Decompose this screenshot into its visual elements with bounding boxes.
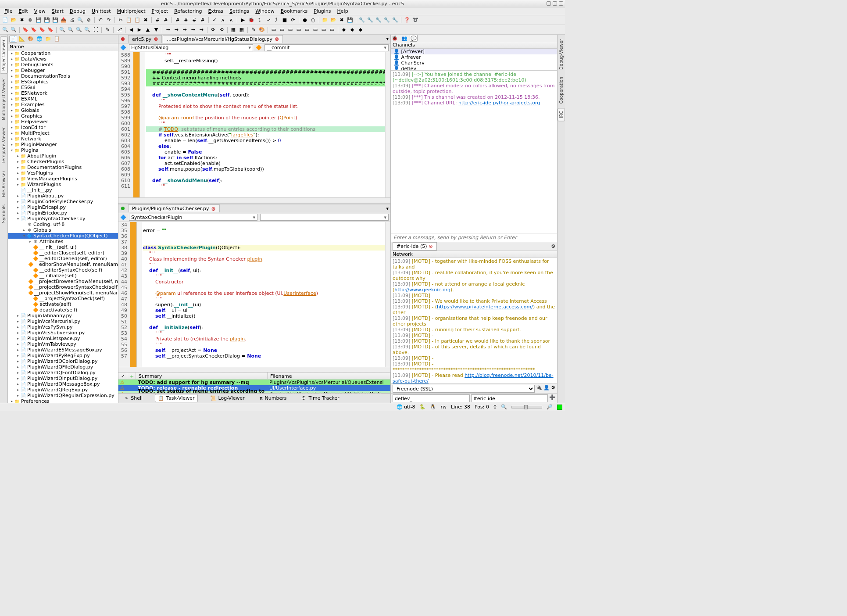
tree-item[interactable]: ▸📁Examples [8, 102, 118, 107]
nav-back-icon[interactable]: ◀ [127, 26, 135, 34]
misc1-icon[interactable]: ◆ [340, 26, 348, 34]
menu-view[interactable]: View [32, 7, 48, 15]
tree-item[interactable]: 🔶__projectShowMenu(self, menuName, me [8, 290, 118, 296]
print-preview-icon[interactable]: 🔍 [76, 16, 84, 24]
tree-item[interactable]: 🔶__projectSyntaxCheck(self) [8, 296, 118, 301]
tool1-icon[interactable]: 🔧 [358, 16, 366, 24]
tree-item[interactable]: ▸📁E5Graphics [8, 79, 118, 85]
editor1-fold[interactable] [140, 52, 145, 197]
tree-item[interactable]: 🔶activate(self) [8, 301, 118, 307]
class-selector[interactable]: SyntaxCheckerPlugin▾ [129, 214, 257, 221]
step-out-icon[interactable]: ⤴ [272, 16, 280, 24]
tree-item[interactable]: ▸📁E5XML [8, 96, 118, 102]
tree-item[interactable]: ▸📄PluginWizardQInputDialog.py [8, 376, 118, 381]
tree-item[interactable]: 🔶__editorSyntaxCheck(self) [8, 267, 118, 273]
join-icon[interactable]: ➕ [549, 394, 555, 402]
undo-icon[interactable]: ↶ [96, 16, 104, 24]
forms-tab-icon[interactable]: 📐 [18, 36, 26, 43]
eol-indicator[interactable]: 🐧 [430, 404, 436, 410]
uncomment-icon[interactable]: # [162, 16, 170, 24]
edit-icon[interactable]: ✎ [104, 26, 111, 34]
spell-icon[interactable]: ✓ [211, 16, 218, 24]
restart-icon[interactable]: ⟳ [289, 16, 297, 24]
abc-icon[interactable]: ᴀ [219, 16, 227, 24]
color-icon[interactable]: 🎨 [258, 26, 266, 34]
tree-item[interactable]: ▸📄PluginWizardQRegExp.py [8, 387, 118, 393]
tag2-icon[interactable]: # [182, 16, 190, 24]
editor-tab[interactable]: eric5.py ⊗ [128, 35, 162, 43]
irc-tab-icon[interactable]: 💬 [410, 35, 418, 42]
tree-item[interactable]: ▸📁Cooperation [8, 50, 118, 56]
task-row[interactable]: ⚠TODO: add support for hg summary --mqPl… [118, 380, 390, 385]
goto2-icon[interactable]: → [172, 26, 180, 34]
debug-icon[interactable]: 🐞 [247, 16, 255, 24]
editor2-tab[interactable]: Plugins/PluginSyntaxChecker.py ⊗ [128, 204, 220, 212]
vtab-project-viewer[interactable]: Project-Viewer [0, 36, 7, 74]
tree-item[interactable]: ▸📄PluginVmListspace.py [8, 336, 118, 341]
vtab-irc[interactable]: IRC [558, 108, 565, 121]
tree-item[interactable]: ▸📄PluginWizardPyRegExp.py [8, 353, 118, 358]
tree-item[interactable]: ▸📄PluginWizardQRegularExpression.py [8, 393, 118, 398]
tree-item[interactable]: ▸📁E5Network [8, 90, 118, 96]
close-icon[interactable]: ⊗ [429, 244, 432, 249]
tree-item[interactable]: ▸📁DebugClients [8, 62, 118, 68]
vtab-symbols[interactable]: Symbols [0, 202, 7, 226]
tree-item[interactable]: ▸📄PluginTabnanny.py [8, 313, 118, 319]
bm-clear-icon[interactable]: 🔖 [46, 26, 54, 34]
menu-help[interactable]: Help [335, 7, 351, 15]
tree-item[interactable]: ▸📁AboutPlugin [8, 153, 118, 159]
close-icon[interactable]: ⊗ [275, 36, 279, 42]
new-icon[interactable]: 📄 [1, 16, 9, 24]
win3-icon[interactable]: ▭ [286, 26, 294, 34]
editor2-fold[interactable] [137, 222, 142, 367]
vtab-cooperation[interactable]: Cooperation [558, 74, 565, 106]
close-icon[interactable]: ⊗ [211, 206, 216, 212]
win5-icon[interactable]: ▭ [303, 26, 311, 34]
options-icon[interactable]: ⚙ [551, 244, 555, 249]
nick-input[interactable] [393, 394, 470, 402]
message-input[interactable] [391, 233, 557, 242]
irc-input[interactable] [391, 233, 557, 242]
nick-item[interactable]: 👤 detlev [391, 66, 557, 71]
zoom-in-icon[interactable]: 🔎 [547, 404, 553, 410]
goto3-icon[interactable]: → [181, 26, 189, 34]
debug-tab-icon[interactable]: 🐞 [391, 35, 399, 42]
task-col-filename[interactable]: Filename [268, 372, 390, 379]
goto4-icon[interactable]: → [189, 26, 197, 34]
run-icon[interactable]: ▶ [239, 16, 247, 24]
tree-item[interactable]: 🔶__init__(self, ui) [8, 244, 118, 250]
vtab-file-browser[interactable]: File-Browser [0, 168, 7, 200]
print-icon[interactable]: 🖨 [68, 16, 76, 24]
coop-tab-icon[interactable]: 👥 [400, 35, 408, 42]
editor1-body[interactable]: 5885895905915925935945955965975985996006… [118, 52, 390, 197]
resources-tab-icon[interactable]: 🎨 [27, 36, 35, 43]
tree-item[interactable]: ▸📁Network [8, 136, 118, 142]
tree-item[interactable]: ▾📁Plugins [8, 147, 118, 153]
save-as-icon[interactable]: 💾 [43, 16, 51, 24]
bottom-tab-time tracker[interactable]: ⏱ Time Tracker [299, 394, 342, 402]
tool2-icon[interactable]: 🔧 [366, 16, 374, 24]
translations-tab-icon[interactable]: 🌐 [36, 36, 43, 43]
tree-item[interactable]: ▸📁VcsPlugins [8, 170, 118, 176]
tree-item[interactable]: ▸📄PluginWizardQColorDialog.py [8, 358, 118, 364]
nav-up-icon[interactable]: ▲ [144, 26, 152, 34]
task-rows[interactable]: ⚠TODO: add support for hg summary --mqPl… [118, 380, 390, 393]
win1-icon[interactable]: ▭ [270, 26, 278, 34]
editor-tab[interactable]: ...csPlugins/vcsMercurial/HgStatusDialog… [163, 35, 283, 43]
redo-icon[interactable]: ↷ [105, 16, 113, 24]
method-selector[interactable]: ▾ [260, 214, 389, 221]
tree-item[interactable]: ▾🔷SyntaxCheckerPlugin(QObject) [8, 233, 118, 239]
sync-icon[interactable]: ⟲ [218, 26, 225, 34]
win2-icon[interactable]: ▭ [278, 26, 286, 34]
menu-window[interactable]: Window [253, 7, 277, 15]
tree-item[interactable]: ▸📁IconEditor [8, 125, 118, 130]
close-all-icon[interactable]: ⊗ [26, 16, 34, 24]
tree-item[interactable]: ▸📄PluginCodeStyleChecker.py [8, 199, 118, 204]
editor2-body[interactable]: 3435363738394041424344454647484950515253… [118, 222, 390, 367]
whats-this-icon[interactable]: ➰ [411, 16, 419, 24]
vtab-debug-viewer[interactable]: Debug-Viewer [558, 36, 565, 72]
menu-settings[interactable]: Settings [227, 7, 252, 15]
tree-item[interactable]: ▸📄PluginVcsSubversion.py [8, 330, 118, 336]
menu-file[interactable]: File [2, 7, 15, 15]
tree-item[interactable]: ▸📁Preferences [8, 398, 118, 403]
